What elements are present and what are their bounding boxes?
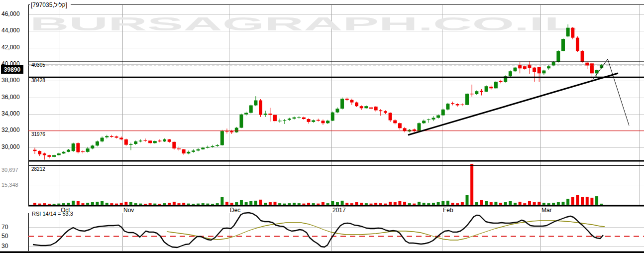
volume-bar [43,203,46,205]
volume-bar [245,202,248,205]
volume-bar [446,201,449,205]
volume-bar [423,203,426,205]
volume-bar [129,202,132,205]
candle-body [249,106,253,113]
candle-body [57,153,61,155]
volume-bar [322,202,324,205]
volume-bar [124,202,127,205]
volume-bar [499,203,502,205]
volume-bar [413,204,416,205]
candle-body [422,121,426,123]
volume-bar [466,195,469,205]
candle-body [485,86,488,92]
rsi-axis-label: 50 [1,233,8,240]
volume-bar [33,203,36,205]
volume-bar [269,202,272,205]
volume-bar [153,204,156,205]
price-series-layer [0,4,644,253]
volume-bar [326,203,329,205]
candle-body [302,118,306,119]
candle-body [86,148,90,152]
candle-body [225,131,229,131]
candle-body [345,99,349,100]
volume-axis-label: 30,697 [1,167,18,173]
volume-bar [542,203,545,205]
candle-body [254,101,257,106]
rsi-indicator-label: RSI 14/14 = 53.3 [32,211,73,217]
volume-bar [456,203,459,205]
volume-bar [514,203,517,205]
candle-body [235,128,238,132]
gridlines-layer [28,4,644,251]
volume-bar [509,201,512,205]
volume-bar [249,201,252,205]
candle-body [182,149,186,153]
volume-bar [427,203,430,205]
month-label: 2017 [332,207,346,214]
candle-body [360,106,363,108]
volume-bar [168,203,171,205]
trendline-1 [408,73,618,135]
candle-body [96,141,99,145]
candle-body [43,153,46,155]
candle-body [273,115,277,122]
candle-body [350,100,353,103]
volume-bar [53,204,56,205]
volume-bar [67,203,70,205]
volume-bar [182,203,185,205]
volume-bar [120,203,123,205]
stock-chart: BURSAGRAPH.CO.IL 4030538428319762821246,… [0,0,644,254]
candle-body [124,139,128,145]
volume-bar [576,195,579,205]
candle-panel-bottom-border [28,160,644,162]
level-label: 40305 [31,62,45,68]
volume-bar [475,202,478,205]
rsi-line [33,213,603,248]
volume-bar [312,203,315,205]
volume-bar [307,203,310,205]
volume-bar [139,204,142,205]
volume-bar [254,201,257,205]
candle-body [566,28,570,37]
candle-body [220,131,224,145]
volume-bar [202,203,205,205]
candle-body [480,91,483,92]
volume-bar [345,203,348,205]
candle-body [456,104,459,106]
month-label: Dec [230,207,240,214]
volume-bar [288,203,291,205]
candle-body [340,99,344,109]
price-axis-label: 46,000 [1,10,20,17]
candle-body [441,110,445,116]
candle-body [576,38,579,51]
candle-body [288,119,291,120]
volume-bar [355,202,358,205]
candle-body [72,143,75,151]
candle-body [38,151,41,154]
volume-bar [220,197,223,205]
candle-body [389,113,392,121]
volume-bar [264,203,267,205]
volume-bar [528,201,531,205]
price-axis-label: 42,000 [1,44,20,51]
candle-body [264,114,267,115]
volume-bar [600,204,603,205]
candle-body [451,103,454,104]
current-price-badge: 39890 [4,66,21,73]
volume-bar [197,204,200,205]
level-label: 28212 [31,166,45,172]
axis-labels-layer: 4030538428319762821246,00044,00042,00040… [1,10,552,250]
volume-bar [336,202,339,205]
volume-bar [110,203,113,205]
volume-bar [519,202,522,205]
candle-body [307,119,311,122]
volume-bar [470,164,473,205]
volume-bar [590,198,593,205]
volume-bar [91,202,94,205]
candle-body [143,140,147,141]
volume-bar [595,196,598,205]
candle-body [355,103,358,107]
candle-body [335,109,339,113]
candle-body [211,146,215,147]
watermark: BURSAGRAPH.CO.IL [30,14,577,34]
